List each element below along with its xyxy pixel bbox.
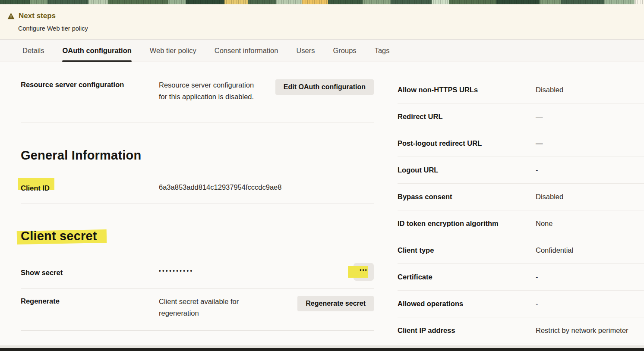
ellipsis-icon: ••• [354,267,374,273]
detail-value: Disabled [536,86,644,94]
detail-value: - [536,166,644,174]
detail-row-redirect-url: Redirect URL — [398,103,644,130]
detail-row-certificate: Certificate - [398,264,644,291]
tab-label: OAuth configuration [62,47,131,55]
detail-label: Allow non-HTTPS URLs [398,86,536,94]
next-steps-title: Next steps [19,12,56,20]
client-id-label: Client ID [21,184,50,192]
next-steps-subtitle[interactable]: Configure Web tier policy [18,25,634,32]
show-secret-label: Show secret [21,263,159,277]
show-secret-more-button[interactable]: ••• [354,263,374,281]
tab-label: Tags [375,47,390,55]
detail-value: - [536,300,644,308]
regenerate-row: Regenerate Client secret available for r… [21,289,374,331]
window-bottom-edge [0,348,644,351]
tab-tags[interactable]: Tags [375,40,390,62]
warning-triangle-icon [7,13,15,19]
detail-value: Confidential [536,246,644,254]
resource-server-value: Resource server configuration for this a… [159,79,264,103]
detail-row-post-logout-redirect-url: Post-logout redirect URL — [398,130,644,157]
detail-value: — [536,113,644,121]
client-secret-heading: Client secret [21,229,97,243]
detail-row-client-ip-address: Client IP address Restrict by network pe… [398,317,644,344]
detail-label: Client type [398,246,536,254]
tab-oauth-configuration[interactable]: OAuth configuration [62,40,131,62]
detail-row-client-type: Client type Confidential [398,237,644,264]
tab-consent-information[interactable]: Consent information [215,40,278,62]
detail-value: Disabled [536,193,644,201]
oauth-details-list: Allow non-HTTPS URLs Disabled Redirect U… [398,79,644,344]
masked-secret-value: •••••••••• [159,263,354,274]
regenerate-value: Client secret available for regeneration [159,296,253,319]
detail-value: Restrict by network perimeter [536,326,644,335]
detail-row-bypass-consent: Bypass consent Disabled [398,184,644,210]
oauth-left-column: Resource server configuration Resource s… [21,79,374,344]
detail-row-allowed-operations: Allowed operations - [398,291,644,317]
tab-web-tier-policy[interactable]: Web tier policy [150,40,196,62]
oauth-configuration-panel: Resource server configuration Resource s… [0,62,644,344]
active-tab-underline [62,60,131,62]
detail-row-logout-url: Logout URL - [398,157,644,184]
detail-row-allow-non-https: Allow non-HTTPS URLs Disabled [398,79,644,103]
regenerate-secret-button[interactable]: Regenerate secret [297,296,374,311]
detail-label: Client IP address [398,326,536,335]
detail-label: Certificate [398,273,536,281]
edit-oauth-configuration-button[interactable]: Edit OAuth configuration [275,79,374,95]
resource-server-row: Resource server configuration Resource s… [21,79,374,122]
tab-groups[interactable]: Groups [333,40,357,62]
detail-value: — [536,139,644,147]
tab-label: Web tier policy [150,47,196,55]
detail-label: Post-logout redirect URL [398,139,536,147]
tab-label: Consent information [215,47,278,55]
tab-details[interactable]: Details [22,40,44,62]
detail-value: - [536,273,644,281]
tab-label: Details [22,47,44,55]
detail-label: Redirect URL [398,113,536,121]
detail-value: None [536,219,644,228]
detail-label: ID token encryption algorithm [398,219,536,228]
tab-bar: Details OAuth configuration Web tier pol… [0,40,644,62]
tab-label: Users [296,47,315,55]
detail-label: Bypass consent [398,193,536,201]
show-secret-row: Show secret •••••••••• ••• [21,263,374,289]
tab-label: Groups [333,47,357,55]
regenerate-label: Regenerate [21,296,159,305]
tab-users[interactable]: Users [296,40,315,62]
resource-server-label: Resource server configuration [21,79,159,89]
detail-row-id-token-encryption: ID token encryption algorithm None [398,210,644,237]
next-steps-banner: Next steps Configure Web tier policy [0,4,644,40]
general-information-heading: General Information [21,148,374,163]
client-id-row: Client ID 6a3a853add814c12937954fcccdc9a… [21,182,374,204]
detail-label: Logout URL [398,166,536,174]
client-id-value: 6a3a853add814c12937954fcccdc9ae8 [159,182,374,193]
detail-label: Allowed operations [398,300,536,308]
decorative-header-pattern [0,0,644,4]
